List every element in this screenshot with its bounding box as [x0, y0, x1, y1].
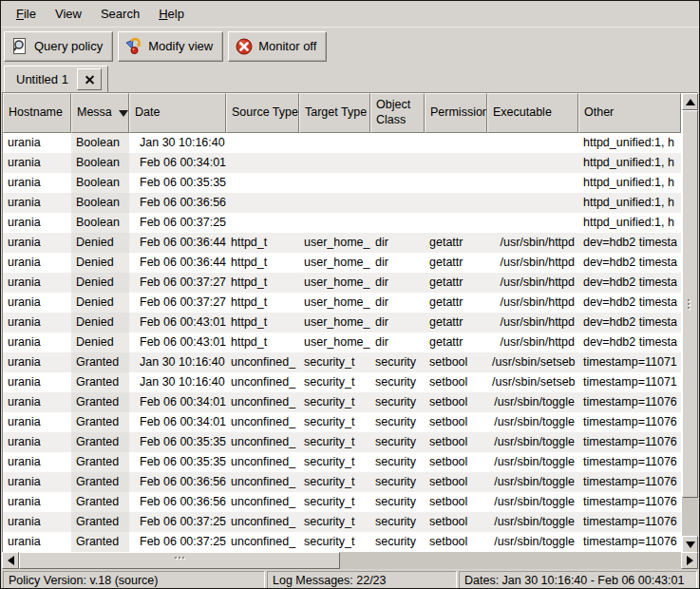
column-header-date[interactable]: Date: [129, 93, 226, 133]
table-row[interactable]: uraniaDeniedFeb 06 00:37:27httpd_tuser_h…: [3, 273, 681, 293]
scroll-up-button[interactable]: [682, 93, 698, 110]
cell: security_t: [299, 492, 370, 512]
table-row[interactable]: uraniaGrantedFeb 06 00:34:01unconfined_s…: [3, 392, 681, 412]
tab-untitled-1[interactable]: Untitled 1: [4, 66, 108, 93]
scroll-down-button[interactable]: [682, 536, 698, 553]
table-row[interactable]: uraniaBooleanJan 30 10:16:40httpd_unifie…: [3, 133, 681, 153]
modify-view-button[interactable]: Modify view: [118, 31, 223, 62]
cell: timestamp=11076: [578, 532, 681, 552]
table-row[interactable]: uraniaGrantedJan 30 10:16:40unconfined_s…: [3, 352, 681, 372]
cell: urania: [3, 352, 71, 372]
menu-view[interactable]: View: [46, 3, 91, 25]
table-row[interactable]: uraniaGrantedFeb 06 00:34:01unconfined_s…: [3, 412, 681, 432]
cell: [425, 133, 487, 153]
table-row[interactable]: uraniaGrantedFeb 06 00:36:56unconfined_s…: [3, 492, 681, 512]
table-row[interactable]: uraniaGrantedFeb 06 00:35:35unconfined_s…: [3, 432, 681, 452]
cell: Denied: [71, 273, 129, 293]
column-header-message[interactable]: Messa: [71, 93, 129, 133]
status-bar: Policy Version: v.18 (source) Log Messag…: [1, 571, 699, 589]
cell: setbool: [425, 392, 487, 412]
table-row[interactable]: uraniaDeniedFeb 06 00:43:01httpd_tuser_h…: [3, 332, 681, 352]
column-header-hostname[interactable]: Hostname: [3, 93, 71, 133]
horizontal-scrollbar[interactable]: [2, 552, 698, 569]
column-header-object-class[interactable]: Object Class: [370, 93, 425, 133]
cell: urania: [3, 532, 71, 552]
table-row[interactable]: uraniaDeniedFeb 06 00:36:44httpd_tuser_h…: [3, 253, 681, 273]
cell: dev=hdb2 timesta: [578, 273, 681, 293]
cell: unconfined_: [226, 452, 299, 472]
menu-file[interactable]: File: [7, 3, 46, 25]
cell: Feb 06 00:37:25: [129, 213, 226, 233]
cell: security: [370, 472, 425, 492]
cell: security_t: [299, 432, 370, 452]
cell: urania: [3, 193, 71, 213]
cell: Feb 06 00:37:25: [129, 532, 226, 552]
cell: httpd_t: [226, 253, 299, 273]
cell: Boolean: [71, 193, 129, 213]
cell: Granted: [71, 392, 129, 412]
column-header-executable[interactable]: Executable: [487, 93, 578, 133]
cell: [425, 153, 487, 173]
cell: httpd_t: [226, 273, 299, 293]
table-row[interactable]: uraniaDeniedFeb 06 00:37:27httpd_tuser_h…: [3, 293, 681, 313]
column-header-target-type[interactable]: Target Type: [299, 93, 370, 133]
table-row[interactable]: uraniaDeniedFeb 06 00:43:01httpd_tuser_h…: [3, 313, 681, 332]
cell: httpd_t: [226, 313, 299, 332]
tab-close-button[interactable]: [77, 68, 102, 90]
cell: Feb 06 00:36:44: [129, 233, 226, 253]
cell: getattr: [425, 313, 487, 332]
cell: urania: [3, 213, 71, 233]
cell: security: [370, 432, 425, 452]
cell: timestamp=11076: [578, 512, 681, 532]
table-row[interactable]: uraniaGrantedFeb 06 00:36:56unconfined_s…: [3, 472, 681, 492]
table-row[interactable]: uraniaBooleanFeb 06 00:35:35httpd_unifie…: [3, 173, 681, 193]
cell: /usr/sbin/toggle: [487, 532, 578, 552]
table-row[interactable]: uraniaGrantedJan 30 10:16:40unconfined_s…: [3, 372, 681, 392]
menu-search[interactable]: Search: [91, 3, 149, 25]
column-header-other[interactable]: Other: [578, 93, 681, 133]
cell: timestamp=11076: [578, 472, 681, 492]
cell: timestamp=11076: [578, 452, 681, 472]
cell: dir: [370, 233, 425, 253]
cell: Denied: [71, 313, 129, 332]
cell: [487, 173, 578, 193]
policy-version-status: Policy Version: v.18 (source): [3, 571, 265, 589]
monitor-off-button[interactable]: Monitor off: [228, 31, 327, 62]
cell: urania: [3, 392, 71, 412]
cell: /usr/sbin/httpd: [487, 233, 578, 253]
cell: Granted: [71, 472, 129, 492]
scroll-right-button[interactable]: [681, 552, 698, 569]
cell: Feb 06 00:35:35: [129, 432, 226, 452]
cell: timestamp=11071: [578, 352, 681, 372]
table-row[interactable]: uraniaGrantedFeb 06 00:37:25unconfined_s…: [3, 532, 681, 552]
tab-label: Untitled 1: [16, 72, 77, 86]
cell: Feb 06 00:37:25: [129, 512, 226, 532]
menu-help[interactable]: Help: [149, 3, 194, 25]
cell: [226, 133, 299, 153]
cell: dir: [370, 253, 425, 273]
vertical-scroll-thumb[interactable]: [682, 110, 698, 498]
table-row[interactable]: uraniaGrantedFeb 06 00:37:25unconfined_s…: [3, 512, 681, 532]
vertical-scrollbar[interactable]: [682, 93, 698, 553]
query-policy-button[interactable]: Query policy: [4, 31, 113, 62]
cell: urania: [3, 313, 71, 332]
table-row[interactable]: uraniaBooleanFeb 06 00:36:56httpd_unifie…: [3, 193, 681, 213]
table-row[interactable]: uraniaBooleanFeb 06 00:37:25httpd_unifie…: [3, 213, 681, 233]
table-row[interactable]: uraniaDeniedFeb 06 00:36:44httpd_tuser_h…: [3, 233, 681, 253]
cell: urania: [3, 153, 71, 173]
cell: Granted: [71, 352, 129, 372]
cell: Boolean: [71, 173, 129, 193]
column-header-source-type[interactable]: Source Type: [226, 93, 299, 133]
scroll-left-button[interactable]: [2, 552, 19, 569]
cell: dev=hdb2 timesta: [578, 313, 681, 332]
cell: Boolean: [71, 213, 129, 233]
column-header-permission[interactable]: Permission: [425, 93, 487, 133]
cell: urania: [3, 233, 71, 253]
cell: httpd_unified:1, h: [578, 133, 681, 153]
table-row[interactable]: uraniaBooleanFeb 06 00:34:01httpd_unifie…: [3, 153, 681, 173]
horizontal-scroll-thumb[interactable]: [19, 552, 340, 569]
cell: Feb 06 00:43:01: [129, 332, 226, 352]
sort-desc-icon: [119, 110, 128, 117]
menu-bar: File View Search Help: [1, 1, 699, 28]
table-row[interactable]: uraniaGrantedFeb 06 00:35:35unconfined_s…: [3, 452, 681, 472]
